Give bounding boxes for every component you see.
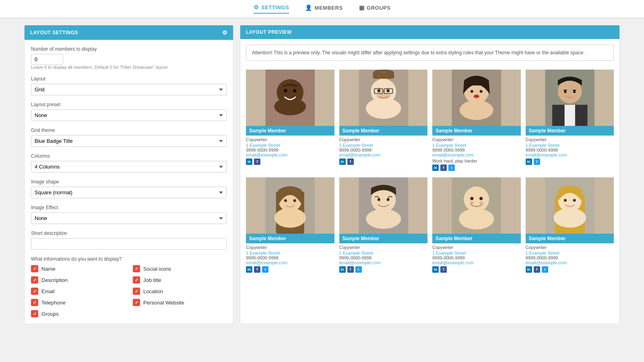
- member-email: email@example.com: [339, 152, 428, 157]
- member-card[interactable]: Sample Member Copywriter 1 Example Stree…: [526, 177, 614, 274]
- preview-notice: Attention! This is a preview only. The v…: [246, 45, 614, 61]
- layout-preset-group: Layout preset None Preset 1 Preset 2: [31, 102, 227, 121]
- member-card[interactable]: Sample Member Copywriter 1 Example Stree…: [432, 177, 521, 274]
- members-count-input[interactable]: [31, 54, 63, 65]
- social-icons-label: Social icons: [143, 266, 171, 272]
- right-panel: LAYOUT PREVIEW Attention! This is a prev…: [240, 25, 620, 324]
- checkbox-job-title: Job title: [133, 276, 227, 284]
- member-photo: [526, 70, 614, 126]
- checkbox-groups: Groups: [31, 310, 125, 317]
- member-card[interactable]: Sample Member Copywriter 1 Example Stree…: [339, 70, 428, 173]
- short-description-input[interactable]: [31, 238, 227, 250]
- member-address: 1 Example Street: [339, 251, 428, 255]
- member-address: 1 Example Street: [432, 143, 521, 148]
- social-icons-checkbox[interactable]: [133, 265, 140, 272]
- member-name-badge: Sample Member: [246, 234, 334, 243]
- facebook-icon: f: [534, 266, 540, 273]
- job-title-checkbox[interactable]: [133, 276, 140, 284]
- svg-point-44: [479, 197, 483, 200]
- location-checkbox[interactable]: [133, 288, 140, 295]
- email-checkbox[interactable]: [31, 288, 38, 295]
- member-role: Copywriter: [526, 245, 614, 250]
- settings-gear-icon[interactable]: ⚙: [222, 29, 228, 36]
- nav-settings-label: SETTINGS: [261, 4, 289, 10]
- svg-point-11: [386, 89, 390, 93]
- layout-label: Layout: [31, 76, 227, 82]
- preview-title: LAYOUT PREVIEW: [246, 29, 292, 35]
- member-photo: [339, 177, 428, 234]
- personal-website-checkbox[interactable]: [133, 299, 140, 306]
- linkedin-icon: in: [339, 266, 346, 273]
- member-name-badge: Sample Member: [246, 126, 334, 136]
- svg-point-19: [480, 90, 483, 93]
- checkbox-social-icons: Social icons: [133, 265, 227, 272]
- member-info: Copywriter 1 Example Street 9999-0000-99…: [432, 136, 521, 173]
- nav-settings[interactable]: ⚙ SETTINGS: [254, 4, 289, 14]
- display-options-title: What informations do you want to display…: [31, 256, 227, 262]
- member-photo: [246, 177, 334, 234]
- svg-point-24: [558, 80, 582, 104]
- member-social-icons: inf: [246, 158, 334, 165]
- twitter-icon: t: [355, 266, 362, 273]
- member-email: email@example.com: [246, 260, 334, 265]
- groups-icon: ▦: [359, 4, 365, 11]
- member-info: Copywriter 1 Example Street 9999-0000-99…: [432, 243, 521, 274]
- checkbox-personal-website: Personal Website: [133, 299, 227, 306]
- svg-point-2: [274, 98, 306, 115]
- left-panel: LAYOUT SETTINGS ⚙ Number of members to d…: [24, 25, 233, 324]
- member-email: email@example.com: [526, 260, 614, 265]
- member-card[interactable]: Sample Member Copywriter 1 Example Stree…: [526, 70, 614, 173]
- nav-groups[interactable]: ▦ GROUPS: [359, 4, 391, 14]
- member-phone: 9999-0000-9999: [246, 148, 334, 152]
- member-card[interactable]: Sample Member Copywriter 1 Example Stree…: [339, 177, 428, 274]
- member-card[interactable]: Sample Member Copywriter 1 Example Stree…: [246, 70, 334, 173]
- layout-preset-select[interactable]: None Preset 1 Preset 2: [31, 109, 227, 121]
- facebook-icon: f: [440, 266, 447, 273]
- member-social-icons: inft: [246, 266, 334, 273]
- preview-header: LAYOUT PREVIEW: [240, 25, 619, 39]
- job-title-label: Job title: [143, 277, 161, 283]
- description-checkbox[interactable]: [31, 276, 38, 284]
- checkbox-email: Email: [31, 288, 125, 295]
- name-checkbox[interactable]: [31, 265, 38, 272]
- twitter-icon: t: [262, 266, 268, 273]
- member-address: 1 Example Street: [246, 251, 334, 255]
- nav-groups-label: GROUPS: [367, 5, 390, 11]
- member-card[interactable]: Sample Member Copywriter 1 Example Stree…: [246, 177, 334, 274]
- image-effect-select[interactable]: None Grayscale Blur: [31, 212, 227, 224]
- svg-point-45: [470, 202, 474, 204]
- member-role: Copywriter: [246, 137, 334, 142]
- svg-rect-9: [373, 72, 394, 79]
- nav-members[interactable]: 👤 MEMBERS: [305, 4, 343, 14]
- member-card[interactable]: Sample Member Copywriter 1 Example Stree…: [432, 70, 521, 173]
- grid-theme-select[interactable]: Blue Badge Title None Dark: [31, 135, 227, 147]
- member-social-icons: int: [526, 158, 614, 165]
- member-photo: [526, 177, 614, 234]
- member-email: email@example.com: [246, 152, 334, 157]
- groups-checkbox[interactable]: [31, 310, 38, 317]
- member-address: 1 Example Street: [432, 251, 521, 255]
- personal-website-label: Personal Website: [143, 300, 184, 306]
- telephone-checkbox[interactable]: [31, 299, 38, 306]
- member-name-badge: Sample Member: [526, 234, 614, 243]
- checkbox-telephone: Telephone: [31, 299, 125, 306]
- image-shape-select[interactable]: Square (normal) Circle Rounded: [31, 187, 227, 198]
- member-name-badge: Sample Member: [432, 126, 521, 136]
- image-effect-group: Image Effect None Grayscale Blur: [31, 205, 227, 224]
- display-options-group: What informations do you want to display…: [31, 256, 227, 317]
- members-count-label: Number of members to display: [31, 46, 227, 52]
- svg-point-46: [479, 202, 483, 204]
- twitter-icon: t: [448, 165, 455, 171]
- member-name-badge: Sample Member: [526, 126, 614, 136]
- member-phone: 9999-0000-9999: [526, 255, 614, 260]
- layout-settings-header: LAYOUT SETTINGS ⚙: [25, 25, 233, 40]
- member-phone: 9999-0000-9999: [246, 255, 334, 260]
- members-count-hint: Leave 0 to display all members. Default …: [31, 65, 227, 70]
- linkedin-icon: in: [432, 266, 439, 273]
- columns-select[interactable]: 1 Column 2 Columns 3 Columns 4 Columns: [31, 161, 227, 173]
- svg-point-42: [464, 187, 489, 212]
- grid-theme-label: Grid theme: [31, 128, 227, 133]
- svg-point-26: [573, 90, 576, 93]
- member-name-badge: Sample Member: [339, 234, 428, 243]
- layout-select[interactable]: Grid List Showcase: [31, 84, 227, 95]
